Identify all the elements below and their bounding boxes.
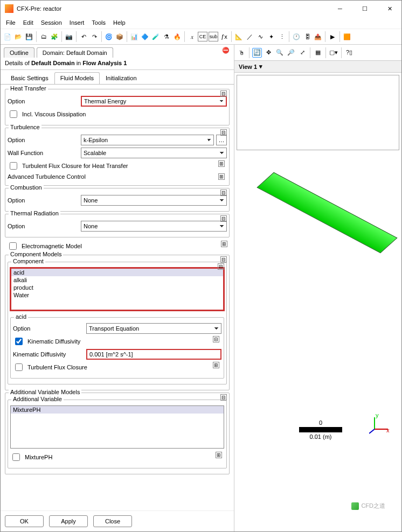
close-panel-button[interactable]: Close [93,515,132,527]
collapse-icon[interactable]: ⊟ [220,129,227,136]
expand-icon[interactable]: ⊞ [213,362,219,368]
viscous-dissipation-check[interactable] [10,110,17,118]
fx-icon[interactable]: ƒx [219,32,229,41]
component-option[interactable]: Transport Equation [86,323,221,334]
highlight-icon[interactable]: ▦ [313,48,323,58]
acid-group: acid Option Transport Equation Kinematic… [10,317,224,379]
point-icon[interactable]: ✦ [266,32,276,41]
zoom-box-icon[interactable]: 🔎 [286,48,296,58]
view-header[interactable]: View 1▾ [234,61,401,73]
combustion-option[interactable]: None [81,195,227,206]
fit-icon[interactable]: ⤢ [297,48,307,58]
mixtureph-check[interactable] [12,453,20,461]
boundary-icon[interactable]: 📐 [234,32,244,41]
redo-icon[interactable]: ↷ [89,32,99,41]
additional-variable-models-group: Additional Variable Models ⊟ Additional … [5,393,230,474]
time-icon[interactable]: 🕐 [292,32,301,41]
close-button[interactable]: ✕ [382,5,397,12]
curve-icon[interactable]: ∿ [255,32,265,41]
open-icon[interactable]: 📂 [13,32,23,41]
new-icon[interactable]: 📄 [3,32,12,41]
material-icon[interactable]: ⚗ [162,32,171,41]
mini-viewport[interactable] [237,75,399,150]
list-item[interactable]: acid [11,269,223,276]
additional-variable-list[interactable]: MixturePH [10,405,224,449]
cel-icon[interactable]: CE [198,32,207,41]
em-model-check[interactable] [9,242,17,250]
turbo-icon[interactable]: 🌀 [104,32,114,41]
help-icon[interactable]: ?▯ [344,48,354,58]
box-icon[interactable]: 📦 [115,32,124,41]
expand-icon[interactable]: ⊞ [216,452,222,458]
kinematic-diff-check[interactable] [15,338,23,345]
domain-icon[interactable]: 🔷 [140,32,150,41]
collapse-icon[interactable]: ⊟ [220,190,227,196]
turb-flux-heat-check[interactable] [10,162,17,170]
ok-button[interactable]: OK [5,515,44,527]
run-icon[interactable]: ▶ [328,32,337,41]
thermal-radiation-option[interactable]: None [81,221,227,232]
subtab-fluid-models[interactable]: Fluid Models [54,72,100,85]
menu-help[interactable]: Help [113,19,126,26]
expand-icon[interactable]: ⊞ [218,173,225,180]
expression-icon[interactable]: 𝑥 [187,32,197,41]
combustion-group: Combustion ⊟ Option None [5,188,230,212]
line-icon[interactable]: ／ [245,32,254,41]
list-item[interactable]: MixturePH [11,406,224,414]
collapse-icon[interactable]: ⊟ [220,215,227,222]
tab-close-icon[interactable]: ⛔ [222,47,230,54]
apply-button[interactable]: Apply [49,515,88,527]
viewport-3d[interactable]: 0 0.01 (m) yx CFD之道 [234,73,401,531]
wireframe-icon[interactable]: ▢▾ [329,48,338,58]
expand-icon[interactable]: ⊞ [218,160,225,167]
maximize-button[interactable]: ☐ [357,5,372,12]
titlebar: CFX-Pre: reactor ─ ☐ ✕ [1,1,401,17]
tab-outline[interactable]: Outline [4,47,34,58]
component-subgroup: Component ⊟ acid alkali product Water ac… [8,262,227,384]
reaction-icon[interactable]: 🧪 [151,32,161,41]
geometry-model [257,172,397,254]
list-item[interactable]: product [11,284,223,291]
heat-transfer-option[interactable]: Thermal Energy [81,96,227,107]
menu-edit[interactable]: Edit [23,19,33,26]
layer-icon[interactable]: 🟧 [342,32,352,41]
kinematic-diff-input[interactable] [86,349,221,360]
collapse-icon[interactable]: ⊟ [213,336,219,342]
menu-insert[interactable]: Insert [70,19,85,26]
flame-icon[interactable]: 🔥 [172,32,182,41]
expand-icon[interactable]: ⊞ [221,241,227,247]
zoom-icon[interactable]: 🔍 [275,48,285,58]
collapse-icon[interactable]: ⊟ [218,263,224,270]
menu-session[interactable]: Session [41,19,62,26]
output-icon[interactable]: 📤 [313,32,323,41]
select-icon[interactable]: 🖱 [237,48,246,58]
turbulence-more-button[interactable]: … [216,135,227,145]
save-icon[interactable]: 💾 [24,32,34,41]
turb-flux-closure-check[interactable] [15,363,23,371]
scale-bar: 0 0.01 (m) [299,419,342,440]
list-item[interactable]: Water [11,291,223,299]
vector-icon[interactable]: ⋮ [277,32,287,41]
component-list[interactable]: acid alkali product Water [10,268,224,311]
tab-domain[interactable]: Domain: Default Domain [37,47,113,58]
camera-icon[interactable]: 📷 [64,32,74,41]
wall-function-option[interactable]: Scalable [81,148,227,158]
subtab-basic[interactable]: Basic Settings [5,72,54,85]
undo-icon[interactable]: ↶ [79,32,88,41]
subtab-initialization[interactable]: Initialization [100,72,142,85]
minimize-button[interactable]: ─ [332,5,348,12]
list-item[interactable]: alkali [11,276,223,284]
rotate-icon[interactable]: 🔄 [252,48,262,58]
sub-icon[interactable]: sub [209,32,218,41]
turbulence-option[interactable]: k-Epsilon [81,135,214,145]
menu-tools[interactable]: Tools [92,19,106,26]
control-icon[interactable]: 🎛 [302,32,312,41]
pan-icon[interactable]: ✥ [264,48,273,58]
view-toolbar: 🖱 🔄 ✥ 🔍 🔎 ⤢ ▦ ▢▾ ?▯ [234,45,401,61]
assembly-icon[interactable]: 🧩 [50,32,59,41]
turbulence-group: Turbulence ⊟ Option k-Epsilon … Wall Fun… [5,128,230,186]
mesh-icon[interactable]: 🗂 [39,32,48,41]
menu-file[interactable]: File [6,19,16,26]
analysis-icon[interactable]: 📊 [129,32,139,41]
collapse-icon[interactable]: ⊟ [220,90,227,97]
